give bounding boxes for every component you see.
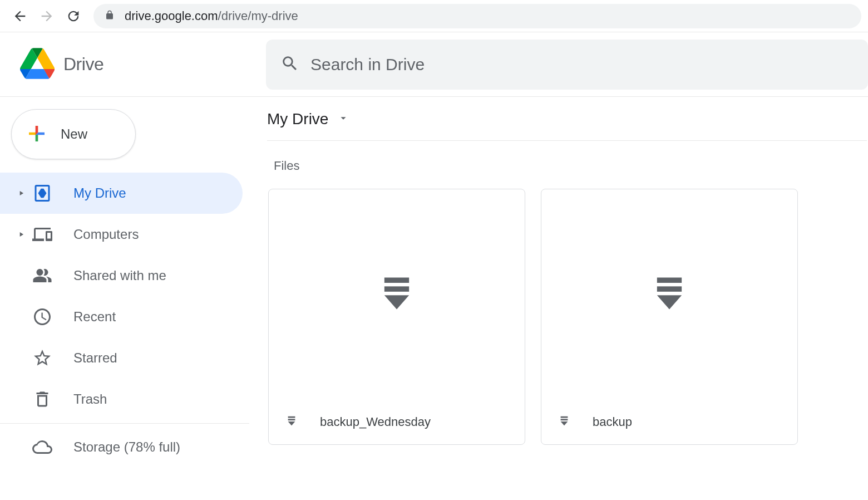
sidebar-item-my-drive[interactable]: My Drive <box>0 173 243 214</box>
lock-icon <box>105 9 115 23</box>
breadcrumb[interactable]: My Drive <box>267 110 867 141</box>
browser-forward-button[interactable] <box>33 3 60 30</box>
browser-url-bar[interactable]: drive.google.com/drive/my-drive <box>93 4 861 28</box>
shared-icon <box>29 266 56 286</box>
storage-label: Storage (78% full) <box>73 439 180 455</box>
breadcrumb-label: My Drive <box>267 110 328 128</box>
starred-icon <box>29 348 56 368</box>
download-icon <box>648 272 691 317</box>
sidebar-item-label: Shared with me <box>73 268 166 283</box>
url-path: /drive/my-drive <box>218 9 298 23</box>
svg-rect-2 <box>288 416 295 418</box>
sidebar-item-label: Trash <box>73 391 107 407</box>
trash-icon <box>29 389 56 409</box>
sidebar-item-label: Computers <box>73 227 139 242</box>
search-icon <box>280 54 299 75</box>
browser-back-button[interactable] <box>7 3 33 30</box>
svg-rect-5 <box>657 286 682 292</box>
svg-rect-3 <box>288 419 295 420</box>
logo-section[interactable]: Drive <box>0 48 266 81</box>
browser-toolbar: drive.google.com/drive/my-drive <box>0 0 868 32</box>
plus-icon <box>25 122 48 147</box>
svg-rect-0 <box>384 278 409 283</box>
app-title: Drive <box>63 54 103 75</box>
computers-icon <box>29 224 56 244</box>
sidebar-item-label: My Drive <box>73 185 126 201</box>
files-section-label: Files <box>274 159 868 173</box>
chevron-down-icon <box>337 112 349 126</box>
url-domain: drive.google.com <box>125 9 218 23</box>
app-header: Drive <box>0 32 868 97</box>
expand-arrow-icon[interactable] <box>13 231 29 238</box>
file-footer: backup_Wednesday <box>269 400 525 444</box>
files-grid: backup_Wednesday backup <box>267 189 868 445</box>
file-tile[interactable]: backup_Wednesday <box>268 189 525 445</box>
file-preview <box>541 189 797 400</box>
nav-list: My Drive Computers Shared with me <box>0 173 249 420</box>
download-icon <box>376 272 418 317</box>
cloud-icon <box>29 437 56 457</box>
sidebar: New My Drive Computers <box>0 97 249 457</box>
drive-icon <box>29 183 56 203</box>
download-small-icon <box>285 415 298 429</box>
content-area: My Drive Files backup_Wednesday <box>249 97 868 457</box>
browser-reload-button[interactable] <box>60 3 87 30</box>
svg-rect-7 <box>561 419 568 420</box>
svg-rect-1 <box>384 286 409 292</box>
search-bar[interactable] <box>266 40 868 90</box>
file-name: backup <box>593 415 632 429</box>
sidebar-item-label: Recent <box>73 309 116 325</box>
file-preview <box>269 189 525 400</box>
file-name: backup_Wednesday <box>320 415 431 429</box>
new-button[interactable]: New <box>11 109 136 159</box>
file-tile[interactable]: backup <box>541 189 798 445</box>
expand-arrow-icon[interactable] <box>13 189 29 197</box>
sidebar-item-storage[interactable]: Storage (78% full) <box>0 437 249 457</box>
sidebar-item-recent[interactable]: Recent <box>0 296 243 337</box>
file-footer: backup <box>541 400 797 444</box>
drive-logo-icon <box>20 48 55 81</box>
sidebar-item-starred[interactable]: Starred <box>0 337 243 379</box>
sidebar-item-trash[interactable]: Trash <box>0 379 243 420</box>
sidebar-item-label: Starred <box>73 350 117 366</box>
divider <box>0 423 249 424</box>
svg-rect-4 <box>657 278 682 283</box>
search-input[interactable] <box>310 55 854 74</box>
svg-rect-6 <box>561 416 568 418</box>
sidebar-item-computers[interactable]: Computers <box>0 214 243 255</box>
recent-icon <box>29 307 56 327</box>
download-small-icon <box>558 415 570 429</box>
new-button-label: New <box>61 126 87 142</box>
sidebar-item-shared[interactable]: Shared with me <box>0 255 243 296</box>
